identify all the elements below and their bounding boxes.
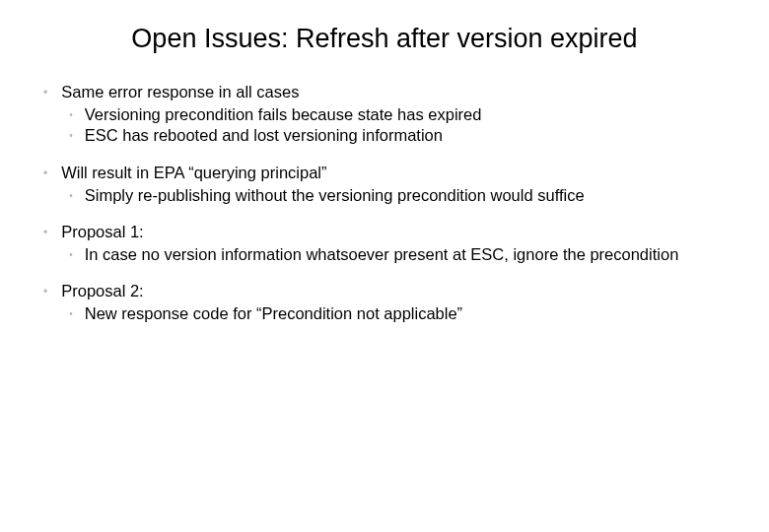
bullet-item: • Proposal 2: • New response code for “P… — [39, 281, 730, 324]
sub-bullet-marker: • — [69, 109, 73, 125]
bullet-item: • Same error response in all cases • Ver… — [39, 82, 730, 147]
sub-bullet-marker: • — [69, 308, 73, 324]
bullet-marker: • — [43, 226, 47, 265]
sub-bullet-text: New response code for “Precondition not … — [85, 303, 730, 324]
sub-bullet-marker: • — [69, 130, 73, 146]
sub-bullet-marker: • — [69, 190, 73, 206]
sub-bullet-item: • ESC has rebooted and lost versioning i… — [61, 125, 730, 146]
bullet-marker: • — [43, 86, 47, 147]
sub-bullet-item: • New response code for “Precondition no… — [61, 303, 730, 324]
sub-bullet-text: In case no version information whatsoeve… — [85, 244, 730, 265]
bullet-text: Same error response in all cases — [61, 82, 730, 102]
bullet-marker: • — [43, 285, 47, 324]
slide-title: Open Issues: Refresh after version expir… — [39, 24, 730, 54]
sub-bullet-item: • In case no version information whatsoe… — [61, 244, 730, 265]
sub-bullet-item: • Versioning precondition fails because … — [61, 104, 730, 125]
bullet-text: Proposal 2: — [61, 281, 730, 301]
bullet-text: Proposal 1: — [61, 222, 730, 242]
bullet-item: • Proposal 1: • In case no version infor… — [39, 222, 730, 265]
bullet-text: Will result in EPA “querying principal” — [61, 163, 730, 183]
slide-content: • Same error response in all cases • Ver… — [39, 82, 730, 325]
bullet-item: • Will result in EPA “querying principal… — [39, 163, 730, 206]
sub-bullet-text: ESC has rebooted and lost versioning inf… — [85, 125, 730, 146]
sub-bullet-marker: • — [69, 249, 73, 265]
bullet-marker: • — [43, 166, 47, 206]
sub-bullet-text: Versioning precondition fails because st… — [85, 104, 730, 125]
sub-bullet-text: Simply re-publishing without the version… — [85, 185, 730, 206]
sub-bullet-item: • Simply re-publishing without the versi… — [61, 185, 730, 206]
